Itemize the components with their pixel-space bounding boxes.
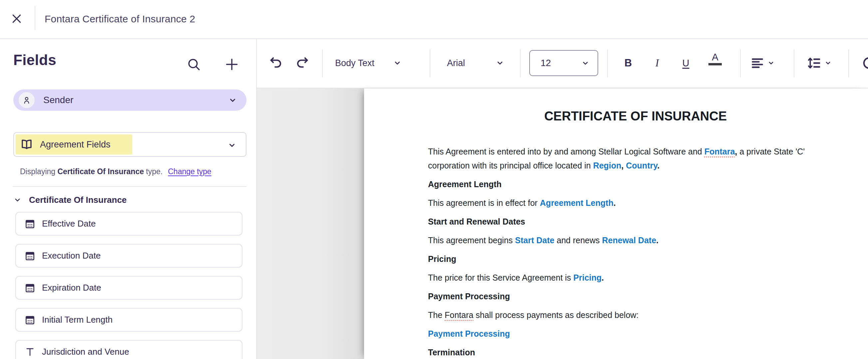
field-card[interactable]: Jurisdiction and Venue [15, 340, 243, 359]
doc-text-run: Fontara [445, 310, 473, 320]
chevron-down-icon [393, 59, 402, 67]
field-token[interactable]: Agreement Length [540, 198, 614, 208]
paragraph-style-dropdown[interactable]: Body Text [335, 39, 402, 87]
plus-icon [224, 57, 239, 72]
close-icon [10, 12, 23, 25]
close-button[interactable] [8, 10, 25, 27]
font-family-dropdown[interactable]: Arial [447, 39, 504, 87]
font-size-dropdown[interactable]: 12 [529, 50, 598, 76]
toolbar-divider [740, 49, 741, 77]
field-token[interactable]: Fontara [705, 147, 735, 156]
agreement-fields-group[interactable]: Agreement Fields [13, 132, 246, 157]
chevron-down-icon [228, 96, 237, 105]
field-card-label: Jurisdiction and Venue [42, 347, 129, 357]
calendar-icon [24, 218, 36, 230]
doc-heading: Termination [428, 345, 843, 359]
editor-canvas: CERTIFICATE OF INSURANCEThis Agreement i… [257, 88, 868, 359]
displaying-type-name: Certificate Of Insurance [58, 167, 144, 176]
chevron-down-icon [581, 59, 590, 67]
doc-text-run: Agreement Length [428, 180, 502, 189]
editor-toolbar: Body Text Arial 12 B I U A [257, 39, 868, 88]
italic-label: I [655, 57, 659, 69]
chevron-down-icon [13, 196, 22, 204]
doc-text-run: This agreement is in effect for [428, 198, 540, 208]
avatar [19, 92, 35, 108]
field-token[interactable]: Renewal Date [602, 236, 656, 245]
search-icon [187, 57, 201, 72]
underline-label: U [682, 58, 689, 69]
text-icon [24, 346, 36, 358]
chevron-down-icon [825, 59, 832, 67]
chevron-down-icon [767, 59, 775, 67]
doc-text-run: This Agreement is entered into by and am… [428, 147, 705, 156]
text-color-swatch [709, 63, 722, 65]
fields-sidebar: Fields Sender Agreement Fields [0, 39, 257, 359]
field-card-label: Initial Term Length [42, 314, 113, 325]
calendar-icon [24, 314, 36, 326]
align-left-icon [750, 56, 765, 71]
field-card[interactable]: Initial Term Length [15, 308, 243, 332]
undo-button[interactable] [268, 54, 285, 72]
doc-heading: Start and Renewal Dates [428, 215, 843, 228]
app-window: Fontara Certificate of Insurance 2 Field… [0, 0, 868, 359]
doc-paragraph: Payment Processing [428, 327, 843, 341]
field-card[interactable]: Execution Date [15, 244, 243, 268]
agreement-fields-label: Agreement Fields [40, 139, 111, 150]
top-bar: Fontara Certificate of Insurance 2 [0, 0, 868, 39]
doc-paragraph: This agreement begins Start Date and ren… [428, 233, 843, 247]
doc-paragraph: The price for this Service Agreement is … [428, 271, 843, 284]
displaying-prefix: Displaying [20, 167, 58, 176]
doc-text-run: . [614, 198, 616, 208]
doc-heading: Agreement Length [428, 177, 843, 191]
field-card[interactable]: Effective Date [15, 212, 243, 236]
document-page[interactable]: CERTIFICATE OF INSURANCEThis Agreement i… [364, 88, 868, 359]
field-token[interactable]: Region [593, 161, 622, 170]
sender-group[interactable]: Sender [13, 89, 246, 111]
person-icon [22, 95, 32, 105]
sidebar-divider [13, 186, 246, 187]
doc-text-run: Payment Processing [428, 292, 510, 301]
underline-button[interactable]: U [677, 54, 694, 72]
text-color-button[interactable]: A [707, 52, 724, 65]
displaying-type-text: Displaying Certificate Of Insurance type… [20, 167, 212, 176]
alignment-dropdown[interactable] [750, 39, 775, 87]
document-content[interactable]: CERTIFICATE OF INSURANCEThis Agreement i… [364, 88, 843, 359]
doc-paragraph: This agreement is in effect for Agreemen… [428, 196, 843, 210]
field-token[interactable]: Pricing [573, 273, 601, 282]
canvas-margin [257, 88, 364, 359]
bold-button[interactable]: B [620, 54, 637, 72]
doc-text-run: and renews [554, 236, 602, 245]
document-title: Fontara Certificate of Insurance 2 [44, 0, 195, 38]
doc-text-run: . [656, 236, 658, 245]
doc-text-run: CERTIFICATE OF INSURANCE [544, 109, 727, 123]
font-size-value: 12 [540, 58, 551, 68]
paragraph-style-label: Body Text [335, 58, 374, 68]
chevron-down-icon [227, 141, 237, 150]
search-fields-button[interactable] [186, 56, 202, 73]
redo-button[interactable] [293, 54, 311, 72]
doc-text-run: The price for this Service Agreement is [428, 273, 573, 282]
field-card-label: Effective Date [42, 219, 96, 229]
add-field-button[interactable] [224, 56, 240, 73]
italic-button[interactable]: I [649, 54, 666, 72]
section-certificate-of-insurance[interactable]: Certificate Of Insurance [13, 194, 127, 206]
text-color-label: A [712, 52, 718, 62]
change-type-link[interactable]: Change type [168, 167, 211, 176]
doc-text-run: Pricing [428, 254, 456, 264]
field-token[interactable]: Country [626, 161, 657, 170]
calendar-icon [24, 282, 36, 294]
line-spacing-dropdown[interactable] [806, 39, 832, 87]
calendar-icon [24, 250, 36, 262]
doc-heading: Payment Processing [428, 289, 843, 303]
field-card[interactable]: Expiration Date [15, 276, 243, 300]
doc-title: CERTIFICATE OF INSURANCE [428, 108, 843, 124]
link-button[interactable] [859, 54, 868, 72]
field-token[interactable]: Payment Processing [428, 329, 510, 338]
doc-text-run: shall process payments as described belo… [473, 310, 639, 320]
doc-paragraph: This Agreement is entered into by and am… [428, 144, 843, 172]
field-token[interactable]: Start Date [515, 236, 554, 245]
sender-label: Sender [43, 95, 73, 105]
link-icon [860, 55, 868, 71]
displaying-suffix: type. [144, 167, 162, 176]
doc-heading: Pricing [428, 252, 843, 266]
